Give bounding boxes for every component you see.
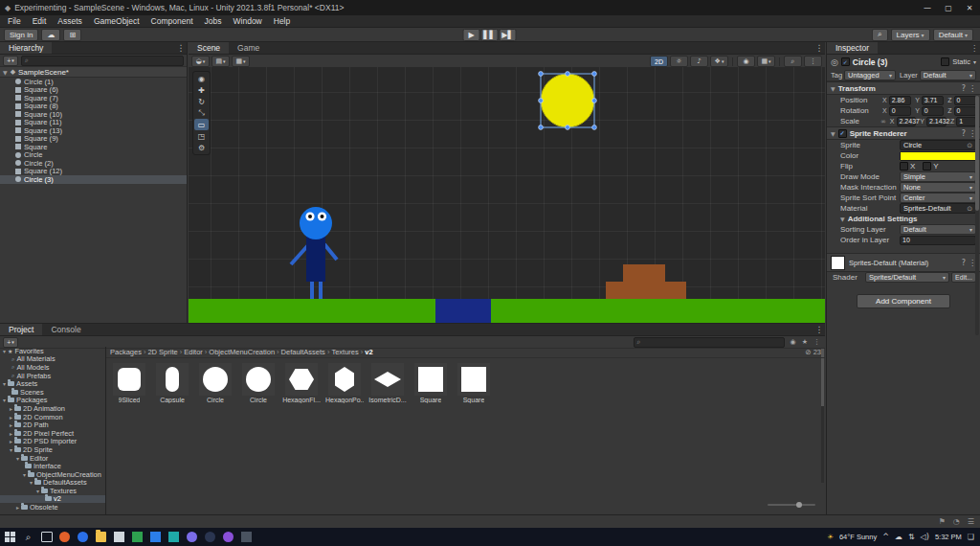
tree-item-2d-pixel-perfect[interactable]: ▸2D Pixel Perfect (0, 429, 105, 438)
taskbar-app-icon[interactable] (202, 529, 218, 545)
layer-dropdown[interactable]: Default ▾ (920, 70, 976, 80)
menu-help[interactable]: Help (268, 16, 296, 26)
hierarchy-item[interactable]: Circle (3) (0, 175, 187, 184)
search-button[interactable]: ⌕ (872, 29, 887, 41)
asset-item[interactable]: Circle (239, 363, 278, 403)
taskbar-app-icon[interactable] (166, 529, 182, 545)
rotation-y-field[interactable]: 0 (922, 106, 944, 116)
menu-component[interactable]: Component (145, 16, 199, 26)
hierarchy-item[interactable]: Square (8) (0, 102, 187, 111)
menu-window[interactable]: Window (228, 16, 268, 26)
brown-block-top-sprite[interactable] (623, 264, 665, 282)
snap-settings-dropdown[interactable]: ▦ ▾ (232, 56, 250, 67)
draw-mode-dropdown[interactable]: Simple▾ (900, 171, 976, 182)
object-picker-icon[interactable]: ⊙ (967, 142, 972, 149)
tab-inspector[interactable]: Inspector (827, 42, 878, 54)
foldout-arrow-icon[interactable]: ▸ (10, 438, 12, 444)
mask-interaction-dropdown[interactable]: None▾ (900, 182, 976, 193)
kebab-icon[interactable]: ⋮ (813, 324, 825, 335)
foldout-arrow-icon[interactable]: ▸ (10, 421, 12, 428)
tab-project[interactable]: Project (0, 324, 42, 335)
tree-item-2d-animation[interactable]: ▸2D Animation (0, 404, 105, 413)
foldout-arrow-icon[interactable]: ▾ (23, 471, 26, 478)
object-picker-icon[interactable]: ⊙ (967, 205, 972, 213)
material-object-field[interactable]: Sprites-Default⊙ (900, 203, 976, 214)
flip-y-checkbox[interactable] (923, 162, 931, 171)
scene-search-button[interactable]: ⌕ (784, 56, 802, 67)
breadcrumb-item[interactable]: ObjectMenuCreation (209, 348, 275, 356)
status-flag-icon[interactable]: ⚑ (939, 517, 946, 526)
foldout-arrow-icon[interactable]: ▸ (10, 405, 12, 412)
tree-item-all-models[interactable]: ⌕All Models (0, 363, 105, 372)
thumbnail-size-slider[interactable] (768, 501, 815, 509)
step-button[interactable]: ▶▌ (500, 29, 517, 41)
tree-item-2d-path[interactable]: ▸2D Path (0, 421, 105, 429)
asset-item[interactable]: Square (455, 363, 493, 403)
scene-root-row[interactable]: ▼ ◆ SampleScene* (0, 67, 187, 78)
layers-dropdown[interactable]: Layers ▾ (891, 29, 930, 41)
menu-gameobject[interactable]: GameObject (88, 16, 145, 26)
tree-item-packages[interactable]: ▾Packages (0, 397, 105, 405)
asset-item[interactable]: Square (412, 363, 450, 403)
transform-section-header[interactable]: ▼ Transform ? ⋮ (827, 81, 980, 95)
tree-item-interface[interactable]: Interface (0, 462, 105, 470)
kebab-icon[interactable]: ⋮ (813, 42, 825, 54)
search-type-icon[interactable]: ◉ (791, 338, 796, 346)
component-enabled-checkbox[interactable]: ✓ (838, 129, 847, 138)
menu-assets[interactable]: Assets (52, 16, 88, 26)
sprite-sort-point-dropdown[interactable]: Center▾ (900, 193, 976, 203)
scale-tool[interactable]: ⤡ (194, 107, 209, 119)
kebab-icon[interactable]: ⋮ (813, 338, 820, 346)
sprite-renderer-section-header[interactable]: ▼ ✓ Sprite Renderer ? ⋮ (827, 126, 980, 140)
foldout-arrow-icon[interactable]: ▼ (3, 69, 8, 76)
foldout-arrow-icon[interactable]: ▾ (3, 397, 6, 403)
kebab-icon[interactable]: ⋮ (969, 42, 980, 54)
asset-item[interactable]: Circle (196, 363, 234, 403)
asset-item[interactable]: 9Sliced (110, 363, 148, 403)
inspector-scrollbar[interactable] (975, 96, 979, 335)
taskbar-app-icon[interactable] (93, 529, 109, 545)
gameobject-name[interactable]: Circle (3) (853, 57, 938, 67)
transform-tool[interactable]: ◳ (194, 130, 209, 142)
minimize-button[interactable]: — (917, 0, 938, 15)
order-in-layer-input[interactable]: 10 (900, 236, 976, 245)
services-button[interactable]: ⊞ (63, 29, 81, 41)
taskbar-app-icon[interactable] (129, 529, 145, 545)
shader-dropdown[interactable]: Sprites/Default ▾ (865, 272, 949, 283)
hierarchy-item[interactable]: Square (6) (0, 86, 187, 95)
asset-item[interactable]: HexagonPo... (325, 363, 364, 403)
breadcrumb-item[interactable]: 2D Sprite (147, 348, 177, 356)
position-z-field[interactable]: 0 (954, 96, 976, 105)
asset-item[interactable]: HexagonFl... (282, 363, 321, 403)
hidden-count[interactable]: ⊘23 (805, 348, 821, 356)
tree-item-favorites[interactable]: ▾★Favorites (0, 347, 105, 355)
tray-expand-icon[interactable]: ^ (882, 533, 889, 541)
cloud-button[interactable]: ☁ (41, 29, 60, 41)
foldout-arrow-icon[interactable]: ▾ (16, 455, 19, 462)
sprite-object-field[interactable]: Circle⊙ (900, 140, 976, 150)
rotation-z-field[interactable]: 0 (954, 106, 976, 116)
tree-item-2d-common[interactable]: ▸2D Common (0, 413, 105, 421)
custom-tool[interactable]: ⚙ (194, 142, 209, 153)
play-button[interactable]: ▶ (463, 29, 480, 41)
material-section-header[interactable]: Sprites-Default (Material) ? ⋮ (827, 253, 980, 272)
breadcrumb-item[interactable]: v2 (365, 348, 372, 356)
hierarchy-search-input[interactable]: ⌕ (21, 56, 184, 66)
hierarchy-item[interactable]: Circle (1) (0, 78, 187, 86)
scale-y-field[interactable]: 2.1432 (926, 117, 947, 126)
menu-edit[interactable]: Edit (27, 16, 53, 26)
hierarchy-item[interactable]: Square (9) (0, 135, 187, 144)
tree-item-scenes[interactable]: Scenes (0, 388, 105, 397)
foldout-arrow-icon[interactable]: ▸ (10, 430, 12, 437)
kebab-icon[interactable]: ⋮ (175, 42, 187, 54)
weather-text[interactable]: 64°F Sunny (839, 533, 877, 541)
clock[interactable]: 5:32 PM (935, 533, 962, 541)
asset-item[interactable]: Capsule (153, 363, 191, 403)
project-search-input[interactable]: ⌕ (634, 337, 785, 348)
help-icon[interactable]: ? (962, 259, 966, 267)
sign-in-button[interactable]: Sign in (4, 29, 38, 41)
slider-knob[interactable] (796, 502, 802, 508)
hierarchy-item[interactable]: Square (10) (0, 110, 187, 119)
notification-center-icon[interactable]: ❏ (968, 533, 974, 541)
start-button[interactable] (2, 529, 18, 545)
